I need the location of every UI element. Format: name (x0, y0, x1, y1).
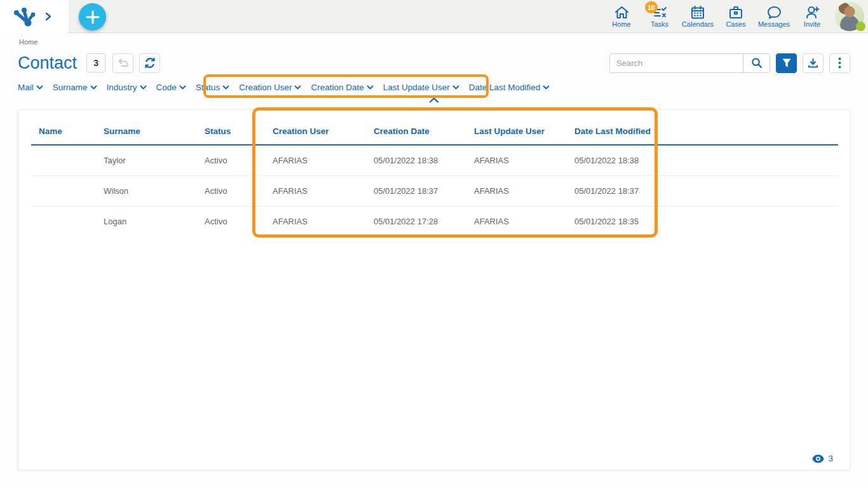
nav-item-home[interactable]: Home (602, 0, 641, 33)
table-row[interactable]: Taylor Activo AFARIAS 05/01/2022 18:38 A… (31, 145, 838, 176)
sidebar-expand-chevron-right-icon[interactable] (44, 12, 52, 21)
nav-label: Calendars (682, 20, 714, 28)
refresh-button[interactable] (139, 53, 160, 73)
nav-label: Tasks (651, 20, 668, 28)
nav-item-cases[interactable]: Cases (717, 0, 755, 33)
visible-count: 3 (828, 454, 833, 463)
eye-icon (812, 454, 824, 463)
record-count-badge: 3 (86, 53, 105, 72)
cell-date-last-modified: 05/01/2022 18:35 (567, 207, 838, 237)
chevron-down-icon (140, 85, 147, 90)
logo-section (0, 0, 69, 33)
refresh-icon (144, 57, 156, 69)
breadcrumb[interactable]: Home (19, 38, 37, 46)
cell-last-update-user: AFARIAS (466, 176, 567, 207)
table-body: Taylor Activo AFARIAS 05/01/2022 18:38 A… (31, 145, 838, 236)
nav-item-messages[interactable]: Messages (755, 0, 793, 33)
cell-status: Activo (197, 207, 265, 237)
filter-chip-label: Status (196, 83, 220, 92)
nav-label: Messages (758, 20, 790, 28)
cell-date-last-modified: 05/01/2022 18:38 (567, 145, 838, 176)
nav-item-calendars[interactable]: Calendars (679, 0, 717, 33)
person-add-icon (804, 5, 820, 20)
more-options-button[interactable] (829, 53, 850, 73)
nav-label: Cases (726, 20, 745, 28)
filter-chip[interactable]: Surname (53, 83, 97, 92)
chat-bubble-icon (766, 5, 782, 20)
cell-creation-user: AFARIAS (265, 145, 366, 176)
filter-chip-label: Date Last Modified (469, 83, 541, 92)
chevron-down-icon (222, 85, 229, 90)
filter-chip-label: Creation Date (311, 83, 363, 92)
cell-status: Activo (197, 176, 265, 207)
online-status-dot (856, 22, 865, 31)
filter-chip-label: Creation User (239, 83, 292, 92)
undo-icon (118, 58, 129, 68)
column-header[interactable]: Status (197, 119, 265, 145)
cell-name (31, 207, 96, 237)
cell-status: Activo (197, 145, 265, 176)
nav-label: Home (612, 20, 630, 28)
search-icon (751, 57, 763, 69)
nav-item-tasks[interactable]: 10 Tasks (641, 0, 679, 33)
column-header[interactable]: Name (31, 119, 96, 145)
plus-icon (86, 10, 100, 24)
column-header[interactable]: Last Update User (466, 119, 567, 145)
filter-chip[interactable]: Date Last Modified (469, 83, 550, 92)
filter-chip[interactable]: Code (156, 83, 186, 92)
list-card: Name Surname Status Creation User Creati… (18, 109, 850, 470)
funnel-icon (782, 58, 792, 68)
cell-surname: Logan (96, 207, 197, 237)
filter-chip[interactable]: Status (196, 83, 229, 92)
column-header[interactable]: Creation User (265, 119, 366, 145)
filter-chip[interactable]: Industry (107, 83, 147, 92)
table-header-row: Name Surname Status Creation User Creati… (31, 119, 838, 145)
chevron-down-icon (179, 85, 186, 90)
chevron-down-icon (452, 85, 459, 90)
cell-name (31, 145, 96, 176)
filter-button[interactable] (776, 53, 797, 73)
nav-label: Invite (804, 20, 820, 28)
table-row[interactable]: Wilson Activo AFARIAS 05/01/2022 18:37 A… (31, 176, 838, 207)
create-new-plus-button[interactable] (79, 3, 106, 30)
contacts-table: Name Surname Status Creation User Creati… (31, 119, 838, 236)
filter-chip-label: Last Update User (383, 83, 450, 92)
home-icon (614, 5, 630, 20)
chevron-down-icon (367, 85, 374, 90)
column-header[interactable]: Surname (96, 119, 197, 145)
nav-item-invite[interactable]: Invite (793, 0, 831, 33)
chevron-down-icon (543, 85, 550, 90)
search-cluster (609, 53, 850, 73)
column-header[interactable]: Creation Date (366, 119, 466, 145)
filter-chip[interactable]: Creation Date (311, 83, 373, 92)
undo-button[interactable] (112, 53, 133, 73)
column-header[interactable]: Date Last Modified (567, 119, 838, 145)
tasks-count-badge: 10 (645, 1, 658, 13)
filter-chip-label: Industry (107, 83, 137, 92)
search-button[interactable] (743, 54, 770, 72)
calendar-icon (690, 5, 705, 20)
app-logo-claw-icon[interactable] (11, 6, 36, 27)
table-row[interactable]: Logan Activo AFARIAS 05/01/2022 17:28 AF… (31, 207, 838, 237)
card-footer: 3 (812, 454, 833, 463)
user-avatar[interactable] (835, 2, 864, 31)
filter-chip[interactable]: Last Update User (383, 83, 459, 92)
filter-chip[interactable]: Creation User (239, 83, 301, 92)
cell-last-update-user: AFARIAS (466, 207, 567, 237)
cell-creation-date: 05/01/2022 17:28 (366, 207, 466, 237)
cell-name (31, 176, 96, 207)
topbar: Home 10 Tasks Calendars (0, 0, 868, 33)
search-box (609, 53, 770, 73)
download-icon (808, 58, 818, 69)
chevron-up-icon (430, 97, 439, 103)
filter-chip-row: Mail Surname Industry Code Statu (18, 79, 550, 95)
filter-chip[interactable]: Mail (18, 83, 43, 92)
title-row: Contact 3 (18, 53, 850, 73)
collapse-filters-button[interactable] (428, 96, 440, 104)
cell-creation-user: AFARIAS (265, 176, 366, 207)
cell-surname: Taylor (96, 145, 197, 176)
cell-creation-date: 05/01/2022 18:38 (366, 145, 466, 176)
search-input[interactable] (610, 54, 743, 72)
download-button[interactable] (803, 53, 824, 73)
cell-surname: Wilson (96, 176, 197, 207)
